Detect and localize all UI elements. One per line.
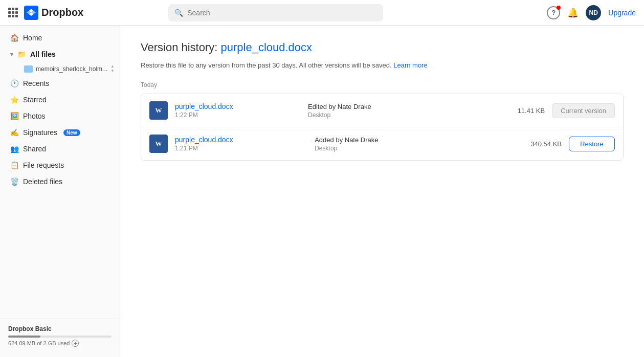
editor-name: Edited by Nate Drake	[308, 103, 497, 110]
sidebar-item-label: Photos	[23, 112, 46, 120]
home-icon: 🏠	[10, 34, 19, 42]
editor-source: Desktop	[315, 145, 514, 152]
logo-icon	[24, 6, 38, 20]
editor-source: Desktop	[308, 111, 497, 119]
storage-info: 624.09 MB of 2 GB used +	[8, 340, 112, 347]
star-icon: ⭐	[10, 96, 19, 104]
topbar-right: ? 🔔 ND Upgrade	[547, 5, 636, 20]
photos-icon: 🖼️	[10, 112, 19, 120]
sidebar-item-folder[interactable]: memoirs_sherlock_holm... ▲ ▼	[0, 62, 120, 75]
main-content: Version history: purple_cloud.docx Resto…	[120, 26, 644, 357]
version-time: 1:22 PM	[175, 111, 301, 119]
file-icon: W	[149, 135, 168, 153]
files-icon: 📁	[17, 50, 26, 58]
filename: purple_cloud.docx	[221, 41, 313, 54]
section-label: Today	[141, 81, 624, 88]
storage-progress-fill	[8, 336, 40, 338]
file-size: 340.54 KB	[521, 140, 562, 148]
sidebar-item-label: Home	[23, 34, 42, 42]
table-row: W purple_cloud.docx 1:21 PM Added by Nat…	[141, 127, 623, 160]
avatar[interactable]: ND	[586, 5, 601, 20]
file-icon: W	[149, 101, 168, 120]
sidebar-item-shared[interactable]: 👥 Shared	[0, 141, 120, 157]
learn-more-link[interactable]: Learn more	[393, 61, 427, 69]
sidebar-item-signatures[interactable]: ✍️ Signatures New	[0, 124, 120, 141]
storage-plan-label: Dropbox Basic	[8, 325, 112, 332]
signatures-icon: ✍️	[10, 128, 19, 137]
file-info: purple_cloud.docx 1:21 PM	[175, 136, 307, 152]
chevron-down-icon: ▾	[10, 51, 13, 58]
scroll-arrows: ▲ ▼	[110, 64, 115, 73]
version-filename[interactable]: purple_cloud.docx	[175, 102, 301, 110]
current-version-tag: Current version	[552, 103, 615, 118]
help-button[interactable]: ?	[547, 6, 560, 19]
version-time: 1:21 PM	[175, 145, 307, 152]
storage-progress-bar	[8, 336, 112, 338]
sidebar-item-label: Recents	[23, 79, 49, 87]
trash-icon: 🗑️	[10, 177, 19, 186]
sidebar-item-recents[interactable]: 🕐 Recents	[0, 75, 120, 92]
folder-icon	[24, 65, 33, 73]
sidebar-item-file-requests[interactable]: 📋 File requests	[0, 157, 120, 173]
recents-icon: 🕐	[10, 79, 19, 87]
sidebar-item-label: Deleted files	[23, 177, 62, 186]
editor-info: Added by Nate Drake Desktop	[315, 136, 514, 152]
folder-name: memoirs_sherlock_holm...	[36, 65, 107, 73]
topbar-left: Dropbox	[8, 6, 83, 20]
new-badge: New	[63, 129, 80, 136]
version-filename[interactable]: purple_cloud.docx	[175, 136, 307, 144]
file-info: purple_cloud.docx 1:22 PM	[175, 102, 301, 119]
sidebar: 🏠 Home ▾ 📁 All files memoirs_sherlock_ho…	[0, 26, 120, 357]
sidebar-item-photos[interactable]: 🖼️ Photos	[0, 108, 120, 124]
sidebar-item-all-files[interactable]: ▾ 📁 All files	[0, 46, 120, 62]
sidebar-item-label: Starred	[23, 96, 47, 104]
restore-button[interactable]: Restore	[569, 137, 615, 151]
file-requests-icon: 📋	[10, 161, 19, 169]
logo-text: Dropbox	[41, 7, 83, 18]
title-prefix: Version history:	[141, 41, 221, 54]
storage-used-text: 624.09 MB of 2 GB used	[8, 340, 70, 346]
sidebar-item-starred[interactable]: ⭐ Starred	[0, 92, 120, 108]
help-notification-dot	[557, 6, 561, 10]
search-icon: 🔍	[174, 9, 183, 17]
logo[interactable]: Dropbox	[24, 6, 83, 20]
sidebar-item-home[interactable]: 🏠 Home	[0, 30, 120, 46]
search-input[interactable]	[187, 9, 377, 17]
layout: 🏠 Home ▾ 📁 All files memoirs_sherlock_ho…	[0, 26, 644, 357]
file-size: 11.41 KB	[504, 107, 545, 115]
upgrade-button[interactable]: Upgrade	[608, 9, 636, 17]
notifications-button[interactable]: 🔔	[567, 7, 579, 18]
sidebar-item-label: Signatures	[23, 128, 57, 137]
grid-menu-icon[interactable]	[8, 8, 18, 17]
storage-section: Dropbox Basic 624.09 MB of 2 GB used +	[0, 319, 120, 353]
sidebar-item-label: File requests	[23, 161, 64, 169]
sidebar-item-label: All files	[30, 50, 56, 58]
sidebar-item-label: Shared	[23, 145, 46, 153]
sidebar-item-deleted-files[interactable]: 🗑️ Deleted files	[0, 173, 120, 190]
version-list: W purple_cloud.docx 1:22 PM Edited by Na…	[141, 94, 624, 161]
add-storage-button[interactable]: +	[72, 340, 79, 347]
editor-name: Added by Nate Drake	[315, 136, 514, 144]
topbar: Dropbox 🔍 ? 🔔 ND Upgrade	[0, 0, 644, 26]
restore-description: Restore this file to any version from th…	[141, 61, 624, 69]
shared-icon: 👥	[10, 145, 19, 153]
table-row: W purple_cloud.docx 1:22 PM Edited by Na…	[141, 94, 623, 127]
page-title: Version history: purple_cloud.docx	[141, 41, 624, 54]
editor-info: Edited by Nate Drake Desktop	[308, 103, 497, 119]
search-bar[interactable]: 🔍	[168, 4, 383, 21]
